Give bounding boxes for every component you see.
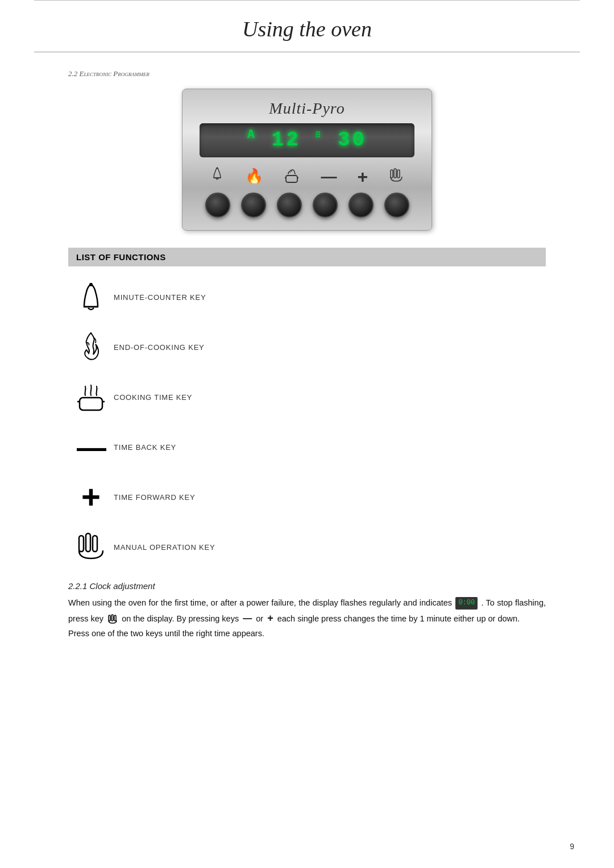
svg-point-1 — [216, 168, 218, 169]
function-list: MINUTE-COUNTER KEY END-OF-COOKING KEY — [68, 280, 546, 564]
panel-button-1[interactable] — [205, 193, 230, 218]
section-heading: 2.2 Electronic Programmer — [68, 69, 546, 78]
main-content: 2.2 Electronic Programmer Multi-Pyro A 1… — [0, 52, 614, 663]
display-hours: 12 — [272, 128, 301, 152]
list-item: COOKING TIME KEY — [68, 380, 546, 414]
svg-point-10 — [89, 283, 93, 286]
time-forward-icon: + — [68, 481, 114, 514]
svg-rect-15 — [86, 533, 90, 552]
svg-rect-14 — [79, 536, 84, 552]
page-header: Using the oven — [34, 1, 580, 52]
page-number: 9 — [570, 842, 574, 851]
brand-name: Multi-Pyro — [200, 99, 414, 118]
svg-rect-11 — [80, 398, 102, 410]
display-minutes: 30 — [338, 128, 367, 152]
panel-button-2[interactable] — [241, 193, 266, 218]
minute-counter-icon — [68, 281, 114, 314]
display-text: A 12 ⠿ 30 — [210, 128, 404, 152]
panel-button-6[interactable] — [384, 193, 409, 218]
svg-rect-6 — [391, 170, 393, 178]
clock-body: When using the oven for the first time, … — [68, 596, 546, 641]
svg-text:🔥: 🔥 — [245, 167, 262, 183]
display-icon-flame: ⠿ — [315, 131, 323, 140]
buttons-row — [200, 193, 414, 218]
clock-text-3: on the display. By pressing keys — [122, 614, 239, 623]
clock-display-value: 0:00 — [455, 597, 478, 610]
clock-text-6: Press one of the two keys until the righ… — [68, 629, 264, 638]
keys-row: 🔥 — + — [200, 166, 414, 187]
manual-operation-label: MANUAL OPERATION KEY — [114, 543, 215, 552]
functions-header: LIST OF FUNCTIONS — [68, 248, 546, 266]
key-flame-symbol: 🔥 — [245, 166, 262, 187]
list-item: MANUAL OPERATION KEY — [68, 530, 546, 564]
list-item: MINUTE-COUNTER KEY — [68, 280, 546, 314]
key-cooking-symbol — [283, 166, 301, 187]
svg-rect-18 — [111, 615, 113, 621]
minute-counter-label: MINUTE-COUNTER KEY — [114, 293, 206, 302]
key-minus-symbol: — — [321, 169, 337, 185]
svg-rect-16 — [93, 536, 97, 552]
list-item: END-OF-COOKING KEY — [68, 330, 546, 364]
clock-heading: 2.2.1 Clock adjustment — [68, 581, 546, 591]
end-of-cooking-icon — [68, 331, 114, 364]
time-back-label: TIME BACK KEY — [114, 443, 176, 452]
end-of-cooking-label: END-OF-COOKING KEY — [114, 343, 205, 352]
clock-text-1: When using the oven for the first time, … — [68, 598, 452, 607]
svg-rect-3 — [286, 176, 297, 182]
cooking-time-icon — [68, 381, 114, 414]
svg-rect-17 — [109, 615, 110, 621]
clock-plus-icon: + — [267, 612, 273, 624]
list-item: + TIME FORWARD KEY — [68, 480, 546, 514]
svg-rect-8 — [397, 170, 400, 178]
cooking-time-label: COOKING TIME KEY — [114, 393, 192, 402]
panel-button-4[interactable] — [313, 193, 338, 218]
clock-text-4: or — [256, 614, 263, 623]
panel-button-5[interactable] — [349, 193, 374, 218]
key-plus-symbol: + — [357, 168, 368, 186]
display-letter: A — [247, 128, 257, 142]
display-area: A 12 ⠿ 30 — [200, 123, 414, 157]
key-bell-symbol — [210, 166, 225, 187]
page-title: Using the oven — [34, 16, 580, 41]
clock-minus-icon: — — [243, 614, 252, 623]
clock-text-5: each single press changes the time by 1 … — [277, 614, 520, 623]
svg-rect-7 — [394, 169, 396, 178]
svg-rect-19 — [114, 615, 116, 621]
list-item: — TIME BACK KEY — [68, 430, 546, 464]
clock-hand-icon — [107, 614, 118, 625]
key-hand-symbol — [388, 166, 404, 187]
programmer-panel: Multi-Pyro A 12 ⠿ 30 — [182, 89, 432, 231]
clock-section: 2.2.1 Clock adjustment When using the ov… — [68, 581, 546, 641]
time-back-icon: — — [68, 432, 114, 462]
time-forward-label: TIME FORWARD KEY — [114, 493, 196, 502]
panel-button-3[interactable] — [277, 193, 302, 218]
manual-operation-icon — [68, 530, 114, 564]
